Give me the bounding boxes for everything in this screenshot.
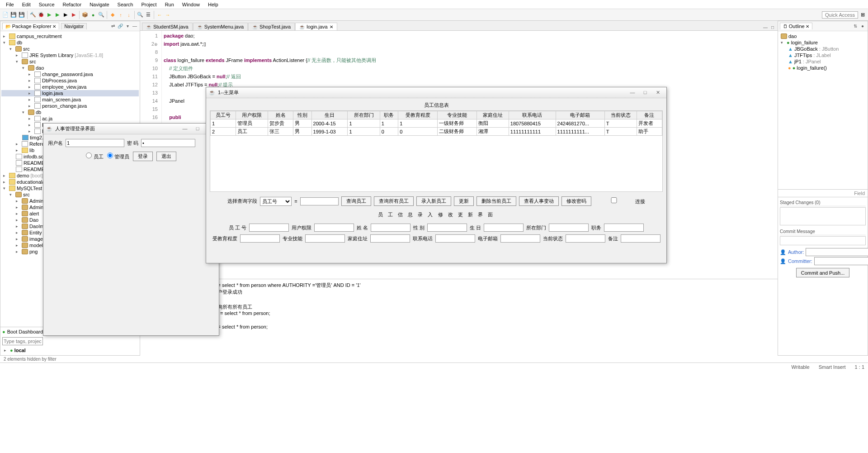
back-icon[interactable]: ←: [156, 11, 163, 19]
table-cell[interactable]: 男: [293, 128, 312, 136]
col-header[interactable]: 专业技能: [437, 111, 476, 119]
table-cell[interactable]: 1: [348, 119, 380, 128]
tree-login-java[interactable]: ▸login.java: [1, 90, 139, 96]
new-class-icon[interactable]: ●: [90, 11, 97, 19]
form-input[interactable]: [371, 224, 410, 232]
git-push-icon[interactable]: ↑: [117, 11, 124, 19]
col-header[interactable]: 所在部门: [348, 111, 380, 119]
tab-login[interactable]: ☕ login.java ✕: [295, 23, 337, 30]
table-cell[interactable]: 1: [348, 128, 380, 136]
toggle-icon[interactable]: ☰: [145, 11, 152, 19]
emp-radio[interactable]: 员工: [86, 153, 103, 160]
run-icon[interactable]: ▶: [46, 11, 53, 19]
run-last-icon[interactable]: ▶: [54, 11, 61, 19]
tab-shoptest[interactable]: ☕ ShopTest.java: [248, 23, 295, 30]
form-input[interactable]: [249, 224, 289, 232]
col-header[interactable]: 性别: [293, 111, 312, 119]
table-cell[interactable]: 一级财务师: [437, 119, 476, 128]
col-header[interactable]: 受教育程度: [398, 111, 438, 119]
form-input[interactable]: [427, 224, 467, 232]
table-cell[interactable]: T: [604, 119, 637, 128]
new-pkg-icon[interactable]: 📦: [81, 11, 89, 19]
quick-access[interactable]: Quick Access: [822, 11, 858, 19]
form-input[interactable]: [435, 234, 475, 243]
table-cell[interactable]: 衡阳: [476, 119, 509, 128]
search2-icon[interactable]: 🔍: [137, 11, 144, 19]
tab-systemmenu[interactable]: ☕ SystemMenu.java: [193, 23, 248, 30]
tool-icon[interactable]: 🔨: [29, 11, 37, 19]
col-header[interactable]: 生日: [311, 111, 348, 119]
update-button[interactable]: 更新: [454, 196, 474, 206]
commit-msg-input[interactable]: [780, 236, 866, 245]
menu-window[interactable]: Window: [179, 1, 203, 8]
table-cell[interactable]: 员工: [236, 128, 268, 136]
git-icon[interactable]: ◆: [109, 11, 116, 19]
menu-refactor[interactable]: Refactor: [59, 1, 85, 8]
menu-search[interactable]: Search: [114, 1, 137, 8]
form-input[interactable]: [621, 234, 660, 243]
table-cell[interactable]: 2424681270...: [556, 119, 604, 128]
admin-radio[interactable]: 管理员: [107, 153, 129, 160]
pkg-explorer-tab[interactable]: 📂 Package Explorer ✕: [2, 23, 59, 29]
menu-run[interactable]: Run: [161, 1, 178, 8]
navigator-tab[interactable]: Navigator: [61, 23, 87, 29]
min-icon[interactable]: —: [132, 23, 138, 29]
changes-button[interactable]: 查看人事变动: [519, 196, 559, 206]
collapse-icon[interactable]: ⇄: [110, 23, 116, 29]
login-button[interactable]: 登录: [133, 152, 153, 161]
staged-list[interactable]: [780, 207, 866, 225]
author-input[interactable]: [806, 248, 868, 256]
table-cell[interactable]: 0: [398, 128, 438, 136]
col-header[interactable]: 电子邮箱: [556, 111, 604, 119]
dlg-max-icon[interactable]: □: [192, 126, 203, 132]
table-cell[interactable]: 2000-4-15: [311, 119, 348, 128]
tags-input[interactable]: [2, 337, 43, 345]
menu-edit[interactable]: Edit: [19, 1, 34, 8]
col-header[interactable]: 姓名: [268, 111, 293, 119]
connect-checkbox[interactable]: 连接: [594, 197, 645, 205]
form-input[interactable]: [314, 224, 354, 232]
sort-icon[interactable]: ⇅: [852, 23, 859, 29]
employee-table[interactable]: 员工号用户权限姓名性别生日所在部门职务受教育程度专业技能家庭住址联系电话电子邮箱…: [210, 111, 662, 136]
form-input[interactable]: [604, 224, 644, 232]
open-type-icon[interactable]: 🔍: [98, 11, 105, 19]
save-icon[interactable]: 💾: [10, 11, 17, 19]
change-pwd-button[interactable]: 修改密码: [561, 196, 591, 206]
table-cell[interactable]: 贺步贵: [268, 119, 293, 128]
ext-tools-icon[interactable]: ▶: [70, 11, 77, 19]
dlg2-min-icon[interactable]: —: [627, 90, 638, 95]
form-input[interactable]: [549, 224, 589, 232]
fwd-icon[interactable]: →: [164, 11, 171, 19]
menu-project[interactable]: Project: [137, 1, 160, 8]
dlg-min-icon[interactable]: —: [179, 126, 191, 132]
dlg2-close-icon[interactable]: ✕: [652, 90, 664, 95]
table-cell[interactable]: 男: [293, 119, 312, 128]
table-cell[interactable]: 1999-1-03: [311, 128, 348, 136]
table-cell[interactable]: 18075880415: [509, 119, 556, 128]
save-all-icon[interactable]: 💾: [18, 11, 25, 19]
git-pull-icon[interactable]: ↓: [125, 11, 132, 19]
query-button[interactable]: 查询员工: [341, 196, 371, 206]
perspective-icon[interactable]: ⊞: [859, 11, 866, 19]
commit-push-button[interactable]: Commit and Push...: [796, 268, 850, 277]
table-cell[interactable]: 张三: [268, 128, 293, 136]
field-select[interactable]: 员工号: [260, 197, 292, 206]
tab-studentsm[interactable]: ☕ StudentSM.java: [142, 23, 193, 30]
form-input[interactable]: [370, 234, 410, 243]
employee-table-wrap[interactable]: 员工号用户权限姓名性别生日所在部门职务受教育程度专业技能家庭住址联系电话电子邮箱…: [210, 110, 663, 192]
col-header[interactable]: 用户权限: [236, 111, 268, 119]
delete-button[interactable]: 删除当前员工: [476, 196, 516, 206]
link-icon[interactable]: 🔗: [117, 23, 123, 29]
dlg2-max-icon[interactable]: □: [639, 90, 651, 95]
col-header[interactable]: 员工号: [211, 111, 236, 119]
editor-max-icon[interactable]: □: [769, 24, 776, 30]
query-input[interactable]: [300, 197, 339, 205]
username-input[interactable]: [66, 139, 124, 147]
form-input[interactable]: [566, 234, 605, 243]
table-cell[interactable]: 湘潭: [476, 128, 509, 136]
table-cell[interactable]: 二级财务师: [437, 128, 476, 136]
filter-icon[interactable]: ●: [859, 23, 866, 29]
table-cell[interactable]: 管理员: [236, 119, 268, 128]
table-cell[interactable]: 开发者: [637, 119, 662, 128]
table-cell[interactable]: 1: [380, 119, 398, 128]
